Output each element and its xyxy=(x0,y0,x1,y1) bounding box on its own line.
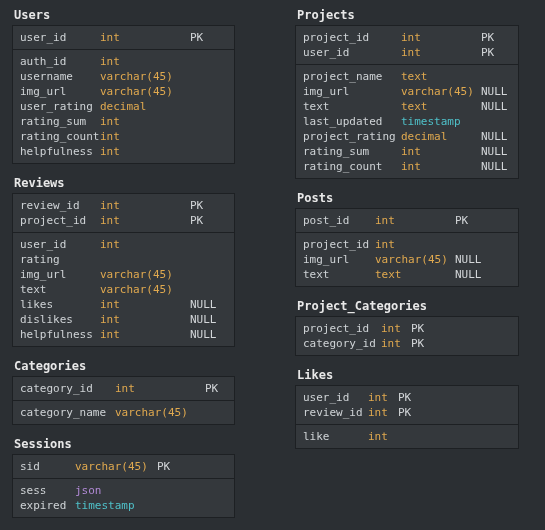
column-name: text xyxy=(303,267,375,282)
table-projects: Projects project_idintPKuser_idintPKproj… xyxy=(295,8,519,179)
column-name: user_id xyxy=(20,30,100,45)
column-name: project_name xyxy=(303,69,401,84)
column-name: helpfulness xyxy=(20,144,100,159)
table-section: project_idintimg_urlvarchar(45)NULLtextt… xyxy=(296,233,518,286)
column-name: rating_sum xyxy=(20,114,100,129)
column-row: category_idintPK xyxy=(20,381,227,396)
column-flag xyxy=(190,54,214,69)
column-name: user_id xyxy=(20,237,100,252)
column-row: img_urlvarchar(45)NULL xyxy=(303,252,511,267)
column-type: varchar(45) xyxy=(115,405,205,420)
column-flag: PK xyxy=(481,30,511,45)
table-body: review_idintPKproject_idintPKuser_idintr… xyxy=(12,193,235,347)
table-section: category_idintPK xyxy=(13,377,234,401)
table-project-categories: Project_Categories project_idintPKcatego… xyxy=(295,299,519,356)
column-type: int xyxy=(368,390,398,405)
column-name: like xyxy=(303,429,368,444)
column-flag: NULL xyxy=(481,144,511,159)
column-row: category_namevarchar(45) xyxy=(20,405,227,420)
column-type: int xyxy=(100,237,190,252)
column-flag: PK xyxy=(190,198,220,213)
column-flag xyxy=(190,69,214,84)
column-flag: NULL xyxy=(455,267,485,282)
column-name: user_rating xyxy=(20,99,100,114)
column-row: project_idint xyxy=(303,237,511,252)
column-flag: NULL xyxy=(455,252,485,267)
column-type: int xyxy=(368,429,398,444)
column-row: helpfulnessintNULL xyxy=(20,327,227,342)
table-title: Categories xyxy=(12,359,235,373)
table-title: Users xyxy=(12,8,235,22)
table-section: sidvarchar(45)PK xyxy=(13,455,234,479)
column-row: project_idintPK xyxy=(303,321,511,336)
column-name: rating_count xyxy=(303,159,401,174)
table-section: auth_idintusernamevarchar(45)img_urlvarc… xyxy=(13,50,234,163)
right-column: Projects project_idintPKuser_idintPKproj… xyxy=(295,8,519,518)
column-row: user_ratingdecimal xyxy=(20,99,227,114)
column-row: likeint xyxy=(303,429,511,444)
table-section: user_idintratingimg_urlvarchar(45)textva… xyxy=(13,233,234,346)
table-likes: Likes user_idintPKreview_idintPKlikeint xyxy=(295,368,519,449)
column-flag: PK xyxy=(190,213,220,228)
table-section: project_idintPKcategory_idintPK xyxy=(296,317,518,355)
column-flag xyxy=(190,129,214,144)
column-name: user_id xyxy=(303,390,368,405)
column-row: project_ratingdecimalNULL xyxy=(303,129,511,144)
column-flag: PK xyxy=(157,459,179,474)
column-name: post_id xyxy=(303,213,375,228)
column-flag: NULL xyxy=(481,159,511,174)
column-name: category_id xyxy=(303,336,381,351)
column-flag xyxy=(481,69,511,84)
column-row: rating_countint xyxy=(20,129,227,144)
column-name: auth_id xyxy=(20,54,100,69)
column-type: varchar(45) xyxy=(100,267,190,282)
schema-diagram: Users user_idintPKauth_idintusernamevarc… xyxy=(12,8,533,518)
column-flag: NULL xyxy=(190,312,220,327)
column-type: timestamp xyxy=(401,114,481,129)
column-row: user_idint xyxy=(20,237,227,252)
column-row: rating_sumintNULL xyxy=(303,144,511,159)
column-flag xyxy=(190,252,220,267)
column-type xyxy=(100,252,190,267)
column-type: int xyxy=(100,312,190,327)
column-name: category_name xyxy=(20,405,115,420)
column-flag xyxy=(398,429,420,444)
column-type: json xyxy=(75,483,157,498)
column-type: varchar(45) xyxy=(100,282,190,297)
column-type: varchar(45) xyxy=(100,69,190,84)
column-row: sessjson xyxy=(20,483,227,498)
column-type: int xyxy=(381,336,411,351)
column-type: int xyxy=(375,237,455,252)
column-name: review_id xyxy=(303,405,368,420)
table-sessions: Sessions sidvarchar(45)PKsessjsonexpired… xyxy=(12,437,235,518)
column-row: textvarchar(45) xyxy=(20,282,227,297)
table-section: likeint xyxy=(296,425,518,448)
column-name: rating_sum xyxy=(303,144,401,159)
column-name: category_id xyxy=(20,381,115,396)
column-name: img_url xyxy=(20,84,100,99)
table-title: Reviews xyxy=(12,176,235,190)
table-title: Likes xyxy=(295,368,519,382)
column-row: project_idintPK xyxy=(20,213,227,228)
column-type: text xyxy=(401,99,481,114)
column-name: dislikes xyxy=(20,312,100,327)
column-type: int xyxy=(381,321,411,336)
column-name: text xyxy=(303,99,401,114)
table-section: sessjsonexpiredtimestamp xyxy=(13,479,234,517)
column-type: int xyxy=(100,144,190,159)
column-type: int xyxy=(401,144,481,159)
column-row: project_idintPK xyxy=(303,30,511,45)
table-body: category_idintPKcategory_namevarchar(45) xyxy=(12,376,235,425)
column-flag: NULL xyxy=(190,297,220,312)
table-section: project_idintPKuser_idintPK xyxy=(296,26,518,65)
column-type: int xyxy=(100,114,190,129)
column-flag: NULL xyxy=(190,327,220,342)
column-row: dislikesintNULL xyxy=(20,312,227,327)
column-flag: PK xyxy=(455,213,485,228)
table-categories: Categories category_idintPKcategory_name… xyxy=(12,359,235,425)
column-name: sid xyxy=(20,459,75,474)
column-row: expiredtimestamp xyxy=(20,498,227,513)
column-row: rating_countintNULL xyxy=(303,159,511,174)
table-posts: Posts post_idintPKproject_idintimg_urlva… xyxy=(295,191,519,287)
table-body: project_idintPKuser_idintPKproject_namet… xyxy=(295,25,519,179)
